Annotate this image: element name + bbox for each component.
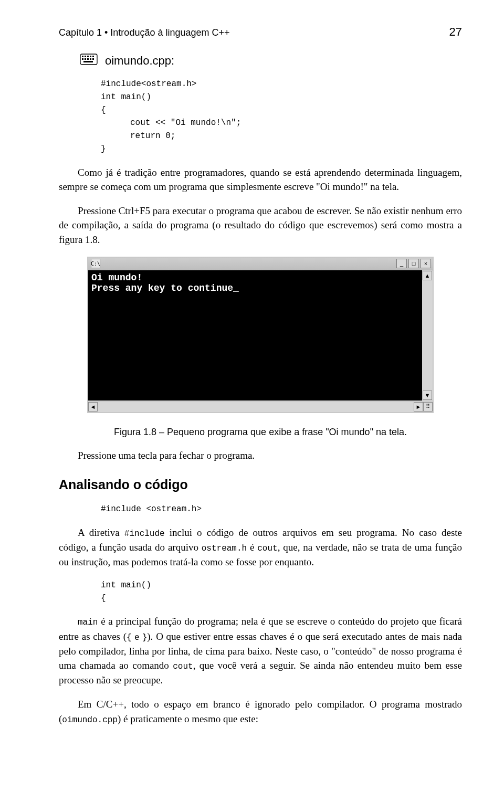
- svg-rect-8: [87, 58, 89, 60]
- scroll-up-icon[interactable]: ▲: [423, 271, 432, 280]
- file-line: oimundo.cpp:: [80, 54, 462, 68]
- code-line: int main(): [101, 581, 151, 590]
- close-button[interactable]: ×: [421, 259, 431, 268]
- figure-caption: Figura 1.8 – Pequeno programa que exibe …: [59, 427, 462, 438]
- text: e: [132, 631, 142, 642]
- paragraph: main é a principal função do programa; n…: [59, 614, 462, 688]
- inline-code: ostream.h: [202, 544, 247, 553]
- svg-rect-2: [85, 56, 86, 57]
- inline-code: oimundo.cpp: [62, 715, 118, 725]
- scroll-right-icon[interactable]: ►: [414, 402, 423, 412]
- paragraph: A diretiva #include inclui o código de o…: [59, 525, 462, 570]
- paragraph: Pressione Ctrl+F5 para executar o progra…: [59, 204, 462, 247]
- titlebar-buttons: _ □ ×: [396, 259, 431, 268]
- svg-rect-6: [82, 58, 83, 60]
- text: é: [247, 542, 257, 553]
- vertical-scrollbar[interactable]: ▲ ▼: [422, 270, 433, 400]
- section-heading: Analisando o código: [59, 477, 462, 492]
- console-line: Press any key to continue_: [91, 283, 239, 293]
- svg-rect-1: [82, 56, 83, 57]
- code-line: cout << "Oi mundo!\n";: [101, 117, 462, 130]
- paragraph: Em C/C++, todo o espaço em branco é igno…: [59, 697, 462, 726]
- console-output: Oi mundo! Press any key to continue_: [88, 270, 422, 400]
- page-number: 27: [449, 25, 462, 39]
- code-listing-1: #include<ostream.h> int main() { cout <<…: [101, 78, 462, 156]
- code-listing-2: #include <ostream.h>: [101, 503, 462, 516]
- keyboard-icon: [80, 54, 98, 68]
- text: A diretiva: [78, 527, 124, 538]
- code-line: #include<ostream.h>: [101, 79, 196, 89]
- svg-rect-3: [87, 56, 89, 57]
- svg-rect-5: [92, 56, 94, 57]
- code-line: return 0;: [101, 130, 462, 143]
- svg-rect-4: [90, 56, 91, 57]
- inline-code: cout: [173, 662, 193, 671]
- paragraph: Pressione uma tecla para fechar o progra…: [59, 448, 462, 463]
- chapter-title: Capítulo 1 • Introdução à linguagem C++: [59, 27, 230, 38]
- svg-rect-7: [85, 58, 86, 60]
- code-line: {: [101, 594, 106, 603]
- page: Capítulo 1 • Introdução à linguagem C++ …: [0, 0, 504, 812]
- console-titlebar: C:\ _ □ ×: [87, 257, 434, 270]
- inline-code: cout: [257, 544, 277, 553]
- code-listing-3: int main() {: [101, 579, 462, 605]
- scroll-down-icon[interactable]: ▼: [423, 391, 432, 400]
- code-line: {: [101, 106, 106, 115]
- svg-rect-10: [92, 58, 94, 60]
- console-line: Oi mundo!: [91, 272, 142, 283]
- code-line: }: [101, 144, 106, 154]
- code-line: #include <ostream.h>: [101, 504, 202, 514]
- code-line: int main(): [101, 92, 151, 102]
- scroll-track[interactable]: [422, 281, 433, 390]
- horizontal-scrollbar[interactable]: ◄ ► ⠿: [87, 402, 434, 413]
- paragraph: Como já é tradição entre programadores, …: [59, 165, 462, 194]
- console-window: C:\ _ □ × Oi mundo! Press any key to con…: [87, 257, 434, 413]
- running-head: Capítulo 1 • Introdução à linguagem C++ …: [59, 25, 462, 39]
- inline-code: main: [78, 618, 98, 627]
- svg-rect-9: [90, 58, 91, 60]
- file-name: oimundo.cpp:: [105, 54, 174, 68]
- resize-grip-icon[interactable]: ⠿: [423, 402, 433, 412]
- text: ) é praticamente o mesmo que este:: [118, 713, 258, 724]
- svg-rect-11: [83, 61, 93, 62]
- inline-code: {: [127, 633, 132, 642]
- maximize-button[interactable]: □: [408, 259, 419, 268]
- inline-code: #include: [124, 529, 165, 539]
- console-system-menu-icon[interactable]: C:\: [91, 259, 100, 268]
- minimize-button[interactable]: _: [396, 259, 407, 268]
- scroll-left-icon[interactable]: ◄: [88, 402, 98, 412]
- console-body-wrap: Oi mundo! Press any key to continue_ ▲ ▼: [87, 270, 434, 402]
- inline-code: }: [142, 633, 148, 642]
